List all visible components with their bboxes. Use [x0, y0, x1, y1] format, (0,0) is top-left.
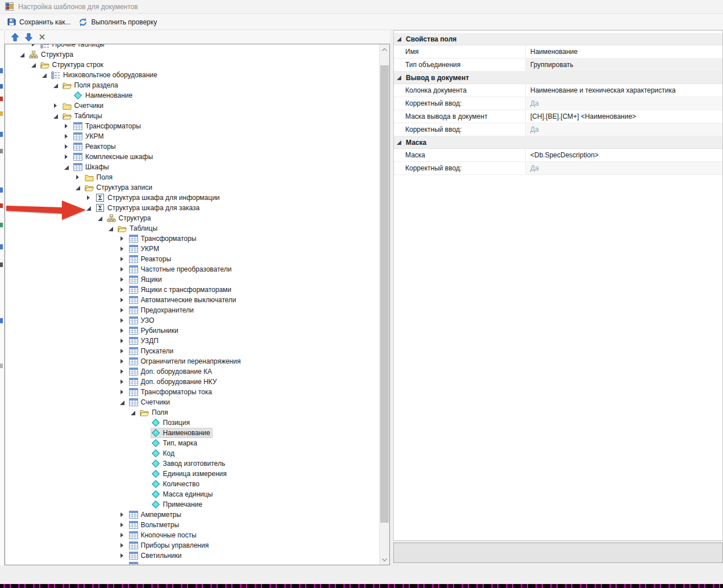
- tree-item-node[interactable]: Единица измерения: [151, 469, 229, 479]
- scroll-down-button[interactable]: [380, 555, 389, 564]
- expanded-triangle-icon[interactable]: [76, 185, 81, 190]
- collapsed-triangle-icon[interactable]: [64, 144, 69, 149]
- tree-item[interactable]: Комплексные шкафы: [5, 152, 389, 162]
- collapsed-triangle-icon[interactable]: [31, 44, 36, 47]
- tree-item[interactable]: [5, 561, 389, 565]
- tree-item[interactable]: Реакторы: [5, 254, 389, 264]
- collapsed-triangle-icon[interactable]: [120, 339, 125, 344]
- tree-item-node[interactable]: Счетчики: [62, 101, 106, 111]
- tree-item-node-selected[interactable]: Наименование: [151, 428, 213, 438]
- tree-item-node[interactable]: Трансформаторы тока: [128, 387, 214, 397]
- tree-item-node[interactable]: УЗДП: [128, 336, 161, 346]
- tree-item-node[interactable]: Код: [151, 448, 177, 458]
- tree-item[interactable]: Счетчики: [5, 101, 389, 111]
- collapsed-triangle-icon[interactable]: [120, 380, 125, 385]
- tree-scrollbar[interactable]: [379, 44, 389, 565]
- expanded-triangle-icon[interactable]: [53, 114, 59, 119]
- expanded-triangle-icon[interactable]: [42, 73, 47, 78]
- tree-item[interactable]: Поля: [5, 407, 389, 418]
- tree-item-node[interactable]: Завод изготовитель: [151, 458, 228, 469]
- property-row[interactable]: Корректный ввод:Да: [394, 97, 722, 110]
- tree-item[interactable]: Ограничители перенапряжения: [5, 356, 389, 366]
- collapsed-triangle-icon[interactable]: [53, 103, 59, 109]
- collapsed-triangle-icon[interactable]: [120, 236, 125, 241]
- collapsed-triangle-icon[interactable]: [86, 195, 92, 201]
- tree-item-node[interactable]: Структура записи: [84, 182, 155, 193]
- tree-item-node[interactable]: Ограничители перенапряжения: [128, 356, 243, 366]
- tree-item-node[interactable]: Реакторы: [128, 254, 174, 264]
- move-up-button[interactable]: [9, 31, 21, 43]
- tree-item[interactable]: Единица измерения: [5, 469, 389, 479]
- collapsed-triangle-icon[interactable]: [120, 523, 125, 528]
- scroll-up-button[interactable]: [380, 45, 389, 54]
- tree-item[interactable]: Вольтметры: [5, 520, 389, 530]
- tree-item[interactable]: Шкафы: [5, 162, 389, 172]
- tree-item[interactable]: Пускатели: [5, 346, 389, 356]
- tree-item-node[interactable]: УКРМ: [128, 244, 161, 254]
- tree-item[interactable]: Количество: [5, 479, 389, 489]
- collapsed-triangle-icon[interactable]: [76, 175, 81, 180]
- tree-item-node[interactable]: Поля: [84, 172, 115, 182]
- collapsed-triangle-icon[interactable]: [120, 267, 125, 272]
- tree-item-node[interactable]: Ящики: [128, 274, 164, 285]
- tree-item-node[interactable]: Масса единицы: [151, 489, 215, 499]
- expanded-triangle-icon[interactable]: [64, 165, 69, 170]
- delete-button[interactable]: [36, 31, 48, 43]
- tree-item-node[interactable]: Шкафы: [73, 162, 111, 172]
- tree-item[interactable]: Позиция: [5, 418, 389, 428]
- property-row[interactable]: Корректный ввод:Да: [394, 162, 722, 175]
- tree-item-node[interactable]: Доп. оборудование КА: [128, 366, 214, 377]
- tree-item[interactable]: Таблицы: [5, 111, 389, 121]
- tree-item[interactable]: Ящики: [5, 274, 389, 285]
- collapsed-triangle-icon[interactable]: [120, 369, 125, 374]
- collapsed-triangle-icon[interactable]: [120, 349, 125, 354]
- tree-item-node[interactable]: [128, 561, 143, 565]
- collapsed-triangle-icon[interactable]: [120, 318, 125, 323]
- tree-item[interactable]: Наименование: [5, 428, 389, 438]
- property-row[interactable]: Колонка документаНаименование и техничес…: [394, 84, 722, 97]
- collapsed-triangle-icon[interactable]: [120, 359, 125, 364]
- tree-item[interactable]: Трансформаторы: [5, 233, 389, 244]
- collapsed-triangle-icon[interactable]: [64, 124, 69, 129]
- expanded-triangle-icon[interactable]: [20, 52, 25, 57]
- expanded-triangle-icon[interactable]: [86, 206, 92, 211]
- tree-item-node[interactable]: Трансформаторы: [73, 121, 143, 131]
- collapsed-triangle-icon[interactable]: [120, 298, 125, 303]
- tree-item-node[interactable]: Прочие таблицы: [40, 44, 107, 49]
- tree-item-node[interactable]: ΣСтруктура шкафа для информации: [95, 193, 222, 203]
- collapsed-triangle-icon[interactable]: [120, 277, 125, 282]
- tree-item[interactable]: Структура строк: [5, 60, 389, 70]
- property-value[interactable]: <Db.SpecDescription>: [526, 149, 722, 161]
- tree-item[interactable]: Таблицы: [5, 223, 389, 233]
- tree-item-node[interactable]: УЗО: [128, 315, 157, 326]
- tree-item[interactable]: Поля: [5, 172, 389, 182]
- tree-item[interactable]: Автоматические выключатели: [5, 295, 389, 305]
- property-row[interactable]: Тип объединенияГруппировать: [394, 59, 722, 72]
- tree-item[interactable]: Завод изготовитель: [5, 458, 389, 469]
- tree-item[interactable]: Поля раздела: [5, 80, 389, 90]
- tree-item-node[interactable]: Реакторы: [73, 141, 118, 152]
- tree-item[interactable]: Структура записи: [5, 182, 389, 193]
- category-expanded-triangle-icon[interactable]: [397, 36, 402, 41]
- property-value[interactable]: Да: [526, 162, 722, 174]
- tree-item[interactable]: Реакторы: [5, 141, 389, 152]
- collapsed-triangle-icon[interactable]: [120, 543, 125, 548]
- property-category[interactable]: Вывод в документ: [394, 72, 722, 84]
- property-category[interactable]: Маска: [394, 136, 722, 149]
- tree-item-node[interactable]: Таблицы: [117, 223, 160, 233]
- collapsed-triangle-icon[interactable]: [120, 287, 125, 293]
- property-value[interactable]: Наименование: [526, 45, 722, 58]
- collapsed-triangle-icon[interactable]: [120, 257, 125, 262]
- tree-item-node[interactable]: Структура: [106, 213, 153, 223]
- tree-item[interactable]: Амперметры: [5, 510, 389, 520]
- tree-item[interactable]: Наименование: [5, 90, 389, 101]
- collapsed-triangle-icon[interactable]: [120, 390, 125, 395]
- tree-item-node[interactable]: Количество: [151, 479, 202, 489]
- tree-item[interactable]: Ящики с трансформаторами: [5, 285, 389, 295]
- tree-item-node[interactable]: Вольтметры: [128, 520, 182, 530]
- collapsed-triangle-icon[interactable]: [120, 328, 125, 333]
- tree-item[interactable]: Прочие таблицы: [5, 44, 389, 49]
- tree-item[interactable]: Масса единицы: [5, 489, 389, 499]
- tree-item-node[interactable]: Тип, марка: [151, 438, 200, 448]
- tree-item[interactable]: Код: [5, 448, 389, 458]
